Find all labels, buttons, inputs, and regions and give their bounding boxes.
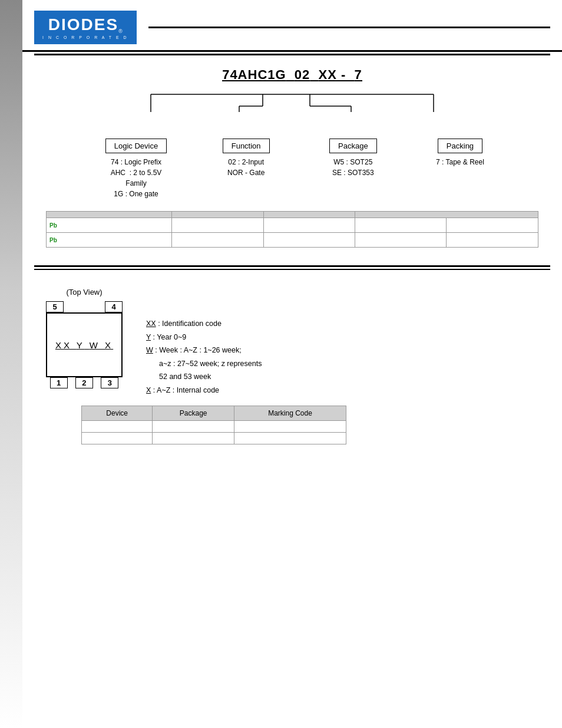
pin-info-xx: XX : Identification code — [146, 317, 262, 331]
col-package — [263, 212, 355, 218]
marking-col-package: Package — [153, 406, 234, 421]
pb-icon-2: Pb — [49, 237, 57, 243]
table-row: Pb — [47, 233, 538, 248]
logic-device-desc: 74 : Logic Prefix AHC : 2 to 5.5V Family… — [111, 157, 162, 199]
left-sidebar — [0, 0, 22, 728]
col-partnumber — [47, 212, 172, 218]
top-view-label: (Top View) — [66, 288, 102, 297]
pin-diagram-area: (Top View) 5 4 XX Y W X — [46, 288, 123, 388]
pb-icon-1: Pb — [49, 222, 57, 229]
section-divider-1 — [34, 265, 550, 267]
pin-3-label: 3 — [101, 377, 118, 388]
marking-col-device: Device — [82, 406, 153, 421]
logo-reg: ® — [118, 28, 123, 34]
logo-area: DIODES ® I N C O R P O R A T E D — [34, 11, 137, 44]
order-table: Pb Pb — [46, 211, 538, 248]
ic-package: XX Y W X — [46, 312, 123, 377]
pin-bottom-row: 1 2 3 — [46, 377, 123, 388]
pin-info-x: X : A~Z : Internal code — [146, 384, 262, 397]
logo-sub: I N C O R P O R A T E D — [42, 35, 128, 39]
ic-marking: XX Y W X — [55, 340, 113, 350]
box-function: Function — [223, 139, 270, 153]
bracket-svg — [86, 91, 498, 139]
package-desc: W5 : SOT25 SE : SOT353 — [332, 157, 374, 178]
header-line — [148, 27, 550, 28]
marking-row — [82, 433, 346, 444]
pin-2-label: 2 — [75, 377, 93, 388]
part-number-title: 74AHC1G 02 XX - 7 — [222, 67, 362, 83]
col-shipping — [355, 212, 538, 218]
box-logic-device: Logic Device — [105, 139, 167, 153]
marking-table: Device Package Marking Code — [81, 406, 346, 444]
pin-1-label: 1 — [50, 377, 68, 388]
col-marking — [172, 212, 263, 218]
pin-config-container: (Top View) 5 4 XX Y W X — [46, 288, 538, 397]
part-number-diagram: 74AHC1G 02 XX - 7 — [46, 67, 538, 199]
table-row: Pb — [47, 218, 538, 233]
pin-info-area: XX : Identification code Y : Year 0~9 W … — [146, 288, 262, 397]
pin-5-label: 5 — [46, 301, 64, 312]
main-content: DIODES ® I N C O R P O R A T E D 74AHC1G… — [22, 0, 562, 728]
function-desc: 02 : 2-Input NOR - Gate — [227, 157, 265, 178]
logo-box: DIODES ® I N C O R P O R A T E D — [34, 11, 137, 44]
box-packing: Packing — [438, 139, 482, 153]
pin-top-row: 5 4 — [46, 301, 123, 312]
pin-info-w-cont2: 52 and 53 week — [159, 370, 262, 384]
packing-desc: 7 : Tape & Reel — [436, 157, 484, 167]
pin-info-w-cont: a~z : 27~52 week; z represents — [159, 357, 262, 371]
header: DIODES ® I N C O R P O R A T E D — [22, 0, 562, 52]
box-package: Package — [329, 139, 377, 153]
section2: (Top View) 5 4 XX Y W X — [22, 270, 562, 456]
marking-col-code: Marking Code — [234, 406, 346, 421]
logo-text: DIODES — [48, 15, 118, 34]
marking-row — [82, 421, 346, 433]
pin-info-w: W : Week : A~Z : 1~26 week; — [146, 344, 262, 357]
pin-info-y: Y : Year 0~9 — [146, 331, 262, 344]
pin-4-label: 4 — [105, 301, 123, 312]
section1: 74AHC1G 02 XX - 7 — [22, 55, 562, 259]
